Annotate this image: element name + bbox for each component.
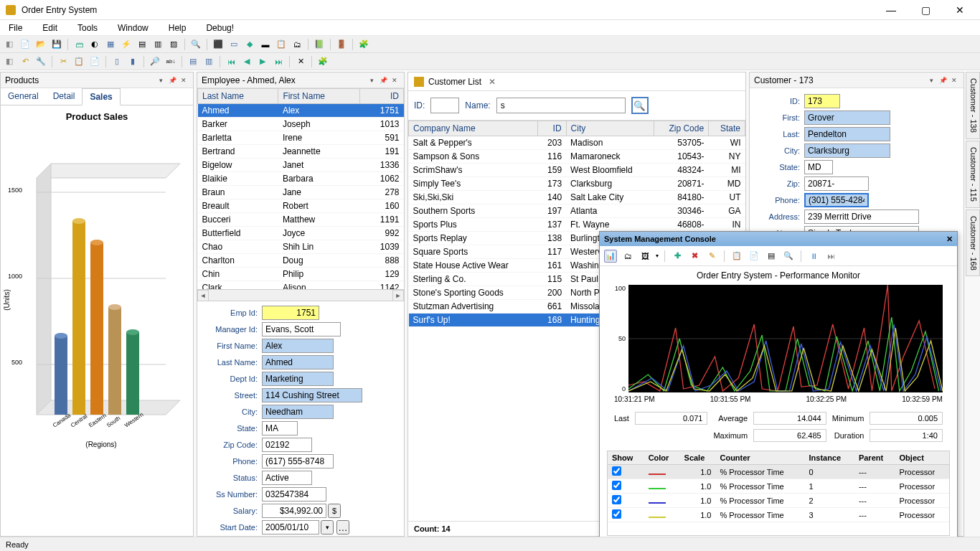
employee-row[interactable]: BlaikieBarbara1062	[198, 172, 404, 186]
find-icon[interactable]: 🔎	[149, 55, 161, 68]
col-icon[interactable]: ▮	[126, 55, 139, 68]
counter-row[interactable]: 1.0% Processor Time0---Processor	[608, 465, 949, 479]
first-name-field[interactable]	[262, 339, 334, 353]
state-field[interactable]	[262, 421, 298, 435]
cust-state-field[interactable]	[804, 160, 833, 174]
date-ellipsis-button[interactable]: …	[336, 520, 349, 534]
replace-icon[interactable]: ab↓	[164, 55, 177, 68]
customer-id-input[interactable]	[430, 98, 459, 113]
manager-field[interactable]	[262, 322, 341, 336]
toolbar-btn[interactable]: ◧	[3, 55, 16, 68]
tool-icon[interactable]: ▬	[259, 38, 272, 51]
col-lastname[interactable]: Last Name	[198, 89, 278, 104]
close-icon[interactable]: ✕	[294, 55, 307, 68]
panel-pin-icon[interactable]: 📌	[378, 75, 388, 85]
show-checkbox[interactable]	[612, 481, 621, 490]
counter-row[interactable]: 1.0% Processor Time2---Processor	[608, 494, 949, 508]
table-icon[interactable]: ▦	[104, 38, 117, 51]
menu-edit[interactable]: Edit	[38, 22, 62, 34]
currency-button[interactable]: $	[328, 504, 341, 518]
tool-icon[interactable]: ▥	[151, 38, 164, 51]
prev-icon[interactable]: ◀	[240, 55, 253, 68]
first-icon[interactable]: ⏮	[225, 55, 237, 68]
panel-dropdown-icon[interactable]: ▾	[156, 75, 166, 85]
employee-row[interactable]: ClarkAlison1142	[198, 281, 404, 290]
cust-last-field[interactable]	[804, 127, 890, 141]
paste-icon[interactable]: 📄	[748, 250, 760, 263]
employee-row[interactable]: BertrandJeannette191	[198, 145, 404, 159]
status-field[interactable]	[262, 471, 312, 485]
tool-icon[interactable]: ▤	[136, 38, 149, 51]
city-field[interactable]	[262, 405, 334, 419]
tool-icon[interactable]: 📋	[275, 38, 288, 51]
customer-row[interactable]: Ski,Ski,Ski140Salt Lake City84180-UT	[409, 191, 745, 204]
tab-sales[interactable]: Sales	[82, 88, 120, 105]
customer-row[interactable]: Salt & Pepper's203Madison53705-WI	[409, 136, 745, 150]
col-city[interactable]: City	[566, 121, 654, 136]
tab-close-icon[interactable]: ✕	[489, 77, 496, 87]
employee-row[interactable]: BraunJane278	[198, 186, 404, 199]
add-icon[interactable]: ✚	[671, 250, 684, 263]
cut-icon[interactable]: ✂	[57, 55, 70, 68]
search-icon[interactable]: 🔍	[189, 38, 202, 51]
go-icon[interactable]: 🧩	[316, 55, 329, 68]
book-icon[interactable]: 📗	[313, 38, 326, 51]
vtab-customer-115[interactable]: Customer - 115	[966, 141, 980, 208]
copy-icon[interactable]: 📋	[72, 55, 85, 68]
emp-id-field[interactable]	[262, 306, 319, 320]
run-icon[interactable]: ⚡	[120, 38, 133, 51]
employee-grid[interactable]: Last Name First Name ID AhmedAlex1751Bar…	[197, 88, 404, 289]
employee-row[interactable]: BarkerJoseph1013	[198, 118, 404, 131]
tab-detail[interactable]: Detail	[46, 88, 83, 105]
panel-close-icon[interactable]: ✕	[179, 75, 189, 85]
exit-icon[interactable]: 🚪	[335, 38, 348, 51]
menu-window[interactable]: Window	[113, 22, 153, 34]
wrench-icon[interactable]: 🔧	[34, 55, 47, 68]
perfmon-close-icon[interactable]: ✕	[946, 235, 953, 244]
last-name-field[interactable]	[262, 355, 334, 369]
start-date-field[interactable]	[262, 520, 319, 534]
menu-tools[interactable]: Tools	[73, 22, 102, 34]
tool-icon[interactable]: ⬛	[212, 38, 225, 51]
pause-icon[interactable]: ⏸	[807, 250, 820, 263]
menu-file[interactable]: File	[4, 22, 27, 34]
menu-help[interactable]: Help	[164, 22, 191, 34]
col-cust-id[interactable]: ID	[537, 121, 566, 136]
show-checkbox[interactable]	[612, 509, 621, 519]
tool-icon[interactable]: ▭	[227, 38, 240, 51]
employee-row[interactable]: ChaoShih Lin1039	[198, 240, 404, 254]
go-icon[interactable]: 🧩	[357, 38, 370, 51]
delete-icon[interactable]: ✖	[688, 250, 701, 263]
employee-row[interactable]: AhmedAlex1751	[198, 104, 404, 118]
employee-hscroll[interactable]: ◄►	[197, 289, 404, 301]
cust-first-field[interactable]	[804, 110, 890, 125]
new-icon[interactable]: 📄	[19, 38, 32, 51]
customer-row[interactable]: ScrimShaw's159West Bloomfield48324-MI	[409, 164, 745, 177]
cust-phone-field[interactable]	[804, 193, 869, 207]
toolbar-btn[interactable]: ◧	[3, 38, 16, 51]
maximize-button[interactable]: ▢	[915, 3, 936, 17]
col-company[interactable]: Company Name	[409, 121, 538, 136]
tab-general[interactable]: General	[1, 88, 46, 105]
street-field[interactable]	[262, 388, 362, 402]
customer-row[interactable]: Southern Sports197Atlanta30346-GA	[409, 204, 745, 218]
zip-field[interactable]	[262, 438, 312, 452]
undo-icon[interactable]: ↶	[19, 55, 32, 68]
cust-address-field[interactable]	[804, 209, 919, 224]
open-icon[interactable]: 📂	[34, 38, 47, 51]
employee-row[interactable]: ButterfieldJoyce992	[198, 227, 404, 240]
props-icon[interactable]: ▤	[765, 250, 778, 263]
employee-row[interactable]: CharltonDoug888	[198, 254, 404, 268]
perfmon-counter-grid[interactable]: ShowColorScaleCounterInstanceParentObjec…	[607, 451, 950, 536]
copy-icon[interactable]: 📋	[730, 250, 743, 263]
db-icon[interactable]: 🗃	[72, 38, 85, 51]
filter-icon[interactable]: ▤	[187, 55, 199, 68]
col-icon[interactable]: ▯	[110, 55, 123, 68]
pie-icon[interactable]: ◐	[88, 38, 101, 51]
save-icon[interactable]: 💾	[50, 38, 63, 51]
filter-clear-icon[interactable]: ▥	[202, 55, 215, 68]
view-icon[interactable]: 📊	[604, 250, 617, 263]
counter-row[interactable]: 1.0% Processor Time1---Processor	[608, 479, 949, 494]
customer-row[interactable]: Simply Tee's173Clarksburg20871-MD	[409, 177, 745, 191]
next-icon[interactable]: ⏭	[824, 250, 837, 263]
